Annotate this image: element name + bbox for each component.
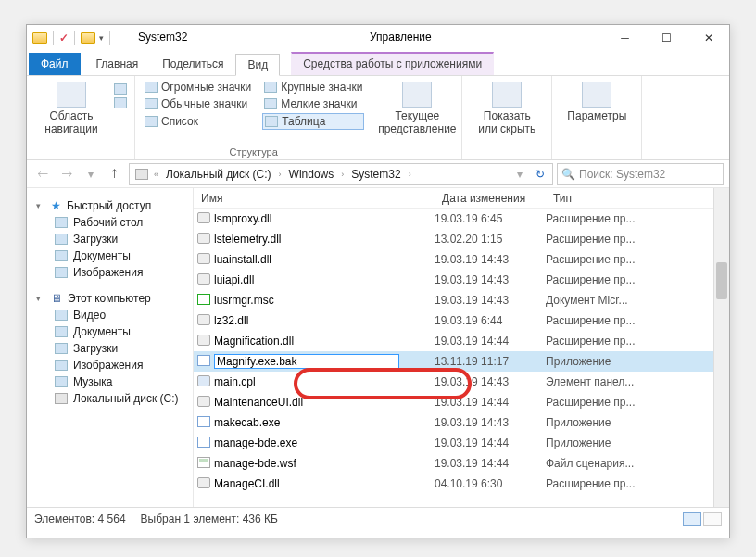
file-name <box>214 354 435 369</box>
nav-documents2[interactable]: Документы <box>27 323 193 340</box>
file-row[interactable]: manage-bde.exe19.03.19 14:44Приложение <box>194 433 729 453</box>
view-lg-icons[interactable]: Крупные значки <box>262 80 364 95</box>
scrollbar-vertical[interactable] <box>713 188 729 507</box>
col-date[interactable]: Дата изменения <box>435 192 546 205</box>
details-view-toggle[interactable] <box>683 512 701 526</box>
file-row[interactable]: lusrmgr.msc19.03.19 14:43Документ Micr..… <box>194 290 729 310</box>
show-hide-button[interactable]: Показать или скрыть <box>470 80 544 137</box>
videos-icon <box>55 310 68 321</box>
nav-pictures[interactable]: Изображения <box>27 264 193 281</box>
folder-icon <box>32 32 47 44</box>
col-type[interactable]: Тип <box>546 192 729 205</box>
current-view-button[interactable]: Текущее представление <box>380 80 454 137</box>
view-md-icons[interactable]: Обычные значки <box>143 96 253 111</box>
file-row[interactable]: lz32.dll19.03.19 6:44Расширение пр... <box>194 310 729 331</box>
nav-downloads[interactable]: Загрузки <box>27 231 193 247</box>
file-date: 13.11.19 11:17 <box>435 355 546 368</box>
file-row[interactable]: 13.11.19 11:17Приложение <box>194 351 729 372</box>
nav-drive-c[interactable]: Локальный диск (C:) <box>27 390 193 407</box>
minimize-button[interactable]: ─ <box>604 25 646 51</box>
file-row[interactable]: luainstall.dll19.03.19 14:43Расширение п… <box>194 249 729 270</box>
nav-music[interactable]: Музыка <box>27 373 193 390</box>
file-type: Расширение пр... <box>546 335 729 348</box>
file-date: 19.03.19 14:43 <box>435 253 546 266</box>
chevron-icon[interactable]: › <box>277 170 284 179</box>
qat-dropdown-icon[interactable]: ▾ <box>99 33 104 43</box>
file-name: ManageCI.dll <box>214 477 435 490</box>
history-dropdown-icon[interactable]: ▾ <box>510 164 530 184</box>
file-date: 19.03.19 14:43 <box>435 375 546 388</box>
thumbnails-view-toggle[interactable] <box>703 512 722 526</box>
bc-drive[interactable]: Локальный диск (C:) <box>160 166 277 183</box>
file-row[interactable]: lsmproxy.dll19.03.19 6:45Расширение пр..… <box>194 209 729 229</box>
dll-icon <box>194 335 214 348</box>
view-xl-icons[interactable]: Огромные значки <box>143 80 253 95</box>
chevron-icon[interactable]: › <box>339 170 346 179</box>
nav-quick-access[interactable]: ▾★Быстрый доступ <box>27 197 193 214</box>
options-icon <box>582 82 611 108</box>
file-row[interactable]: Magnification.dll19.03.19 14:44Расширени… <box>194 331 729 351</box>
file-type: Расширение пр... <box>546 314 729 327</box>
tab-home[interactable]: Главная <box>84 53 151 75</box>
tab-app-tools[interactable]: Средства работы с приложениями <box>291 52 494 75</box>
qat-newfolder-icon[interactable] <box>81 32 95 44</box>
refresh-button[interactable]: ↻ <box>530 168 550 181</box>
current-view-label: Текущее представление <box>378 109 456 135</box>
status-item-count: Элементов: 4 564 <box>34 513 126 525</box>
file-row[interactable]: MaintenanceUI.dll19.03.19 14:44Расширени… <box>194 392 729 412</box>
col-name[interactable]: Имя <box>194 192 435 205</box>
preview-pane-icon[interactable] <box>114 83 127 95</box>
file-row[interactable]: lstelemetry.dll13.02.20 1:15Расширение п… <box>194 229 729 249</box>
file-list: Имя Дата изменения Тип lsmproxy.dll19.03… <box>194 188 729 507</box>
tab-share[interactable]: Поделиться <box>150 53 235 75</box>
view-details[interactable]: Таблица <box>262 113 364 130</box>
rename-input[interactable] <box>214 354 399 369</box>
nav-pictures2[interactable]: Изображения <box>27 357 193 373</box>
nav-documents[interactable]: Документы <box>27 247 193 264</box>
file-name: lstelemetry.dll <box>214 233 435 246</box>
group-layout-label: Структура <box>143 146 364 158</box>
list-icon <box>145 116 158 127</box>
chevron-icon[interactable]: › <box>407 170 413 179</box>
nav-desktop[interactable]: Рабочий стол <box>27 214 193 231</box>
options-button[interactable]: Параметры <box>560 80 634 124</box>
nav-videos[interactable]: Видео <box>27 307 193 323</box>
bc-windows[interactable]: Windows <box>284 166 340 183</box>
forward-button[interactable]: 🡒 <box>57 164 77 184</box>
up-button[interactable]: 🡑 <box>105 164 125 184</box>
file-row[interactable]: makecab.exe19.03.19 14:43Приложение <box>194 412 729 433</box>
breadcrumb[interactable]: « Локальный диск (C:) › Windows › System… <box>129 163 553 185</box>
file-name: MaintenanceUI.dll <box>214 396 435 409</box>
search-input[interactable]: 🔍 Поиск: System32 <box>557 163 724 185</box>
bc-system32[interactable]: System32 <box>346 166 406 183</box>
view-sm-icons[interactable]: Мелкие значки <box>262 96 364 111</box>
file-date: 19.03.19 14:44 <box>435 335 546 348</box>
xl-icon <box>145 82 158 93</box>
file-row[interactable]: luiapi.dll19.03.19 14:43Расширение пр... <box>194 270 729 290</box>
tab-file[interactable]: Файл <box>29 53 81 75</box>
maximize-button[interactable]: ☐ <box>646 25 687 51</box>
file-name: manage-bde.exe <box>214 437 435 449</box>
group-panels-label <box>34 146 127 158</box>
close-button[interactable]: ✕ <box>687 25 729 51</box>
status-bar: Элементов: 4 564 Выбран 1 элемент: 436 К… <box>27 507 729 529</box>
back-button[interactable]: 🡐 <box>32 164 53 184</box>
file-row[interactable]: ManageCI.dll04.10.19 6:30Расширение пр..… <box>194 474 729 494</box>
qat-props-icon[interactable]: ✓ <box>59 32 69 44</box>
nav-pane-button[interactable]: Область навигации <box>34 80 108 137</box>
file-name: lsmproxy.dll <box>214 212 435 225</box>
scrollbar-thumb[interactable] <box>716 262 727 299</box>
dll-icon <box>194 477 214 491</box>
nav-this-pc[interactable]: ▾🖥Этот компьютер <box>27 290 193 307</box>
tab-view[interactable]: Вид <box>235 54 280 76</box>
nav-pane-label: Область навигации <box>38 109 105 135</box>
show-hide-icon <box>492 82 522 108</box>
details-pane-icon[interactable] <box>114 97 127 108</box>
file-row[interactable]: manage-bde.wsf19.03.19 14:44Файл сценари… <box>194 453 729 474</box>
file-row[interactable]: main.cpl19.03.19 14:43Элемент панел... <box>194 372 729 392</box>
file-name: main.cpl <box>214 375 435 388</box>
documents-icon <box>55 326 68 337</box>
view-list[interactable]: Список <box>143 113 253 130</box>
recent-button[interactable]: ▾ <box>81 164 101 184</box>
nav-downloads2[interactable]: Загрузки <box>27 340 193 357</box>
